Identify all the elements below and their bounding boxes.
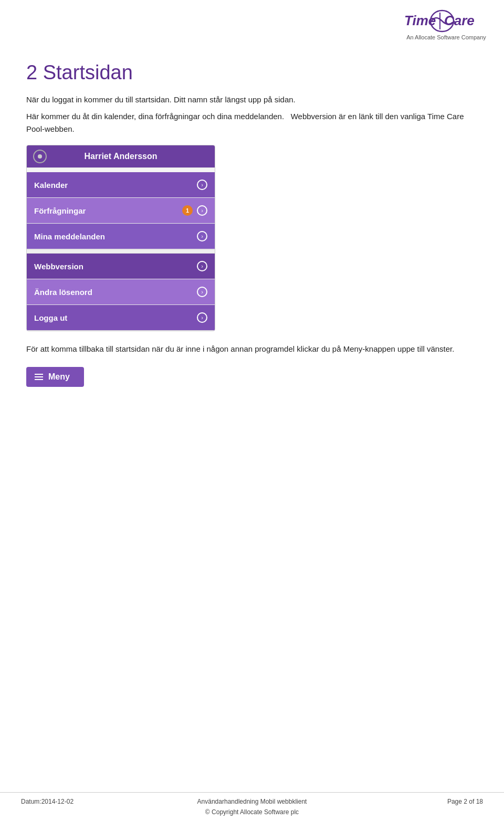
menu-item-mina-meddelanden[interactable]: Mina meddelanden › xyxy=(27,224,215,249)
menu-item-andra-label: Ändra lösenord xyxy=(34,288,92,297)
menu-item-forfragningar-right: 1 › xyxy=(182,205,207,216)
settings-icon xyxy=(33,150,47,163)
phone-header-bar: Harriet Andersson xyxy=(27,145,215,167)
after-phone-text: För att komma tillbaka till startsidan n… xyxy=(26,343,478,355)
intro-text-1: När du loggat in kommer du till startsid… xyxy=(26,93,478,106)
svg-text:Time: Time xyxy=(404,13,436,28)
chevron-right-icon-2: › xyxy=(197,205,207,216)
chevron-right-icon-5: › xyxy=(197,287,207,297)
menu-item-andra-right: › xyxy=(197,287,207,297)
footer-datum: Datum:2014-12-02 xyxy=(21,798,136,805)
phone-user-name: Harriet Andersson xyxy=(85,152,158,161)
settings-button[interactable] xyxy=(33,150,47,163)
header: Time Care An Allocate Software Company xyxy=(0,0,504,46)
menu-item-forfragningar-label: Förfrågningar xyxy=(34,206,86,215)
meny-icon-bar-1 xyxy=(35,374,43,375)
menu-item-logga-right: › xyxy=(197,312,207,323)
phone-ui-mockup: Harriet Andersson Kalender › Förfrågning… xyxy=(26,145,215,331)
logo-subtitle: An Allocate Software Company xyxy=(406,34,486,40)
page-heading: 2 Startsidan xyxy=(26,61,478,84)
chevron-right-icon-3: › xyxy=(197,231,207,241)
menu-item-kalender[interactable]: Kalender › xyxy=(27,172,215,198)
meny-icon xyxy=(35,374,43,380)
footer-top-row: Datum:2014-12-02 Användarhandledning Mob… xyxy=(0,792,504,808)
menu-item-andra-losenord[interactable]: Ändra lösenord › xyxy=(27,279,215,305)
meny-icon-bar-2 xyxy=(35,376,43,377)
meny-button-label: Meny xyxy=(48,372,70,382)
chevron-right-icon-4: › xyxy=(197,261,207,271)
menu-item-webbversion[interactable]: Webbversion › xyxy=(27,254,215,279)
settings-dot xyxy=(38,154,42,159)
footer-center: Användarhandledning Mobil webbklient xyxy=(136,798,368,805)
footer-copyright: © Copyright Allocate Software plc xyxy=(0,808,504,821)
footer-page: Page 2 of 18 xyxy=(368,798,483,805)
chevron-right-icon: › xyxy=(197,180,207,190)
meny-icon-bar-3 xyxy=(35,379,43,380)
menu-item-kalender-right: › xyxy=(197,180,207,190)
main-content: 2 Startsidan När du loggat in kommer du … xyxy=(0,46,504,429)
phone-separator xyxy=(27,249,215,254)
logo-brand: Time Care xyxy=(404,9,488,33)
menu-item-kalender-label: Kalender xyxy=(34,181,68,190)
menu-item-mina-right: › xyxy=(197,231,207,241)
menu-item-webb-right: › xyxy=(197,261,207,271)
chevron-right-icon-6: › xyxy=(197,312,207,323)
forfragningar-badge: 1 xyxy=(182,205,193,216)
menu-item-forfrågningar[interactable]: Förfrågningar 1 › xyxy=(27,198,215,224)
footer: Datum:2014-12-02 Användarhandledning Mob… xyxy=(0,792,504,821)
menu-item-logga-ut[interactable]: Logga ut › xyxy=(27,305,215,331)
menu-item-logga-ut-label: Logga ut xyxy=(34,313,67,322)
timecare-logo: Time Care xyxy=(404,9,488,33)
intro-text-2a: Här kommer du åt din kalender, dina förf… xyxy=(26,112,284,121)
intro-text-2: Här kommer du åt din kalender, dina förf… xyxy=(26,110,478,135)
phone-gap xyxy=(27,168,215,172)
menu-item-webbversion-label: Webbversion xyxy=(34,262,83,271)
svg-text:Care: Care xyxy=(444,13,475,28)
logo-container: Time Care An Allocate Software Company xyxy=(404,9,488,40)
menu-item-mina-meddelanden-label: Mina meddelanden xyxy=(34,232,105,241)
meny-button[interactable]: Meny xyxy=(26,367,84,387)
